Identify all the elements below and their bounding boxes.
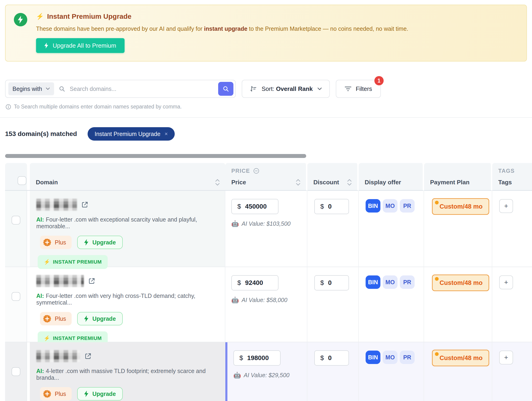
upgrade-badge[interactable]: Upgrade [77, 387, 123, 401]
add-tag-button[interactable]: + [499, 275, 513, 289]
lightning-emoji-icon: ⚡ [44, 335, 50, 341]
discount-input[interactable]: $0 [314, 199, 349, 214]
column-header-select [5, 163, 27, 191]
external-link-icon[interactable] [84, 352, 92, 360]
price-cell: $198000 🤖AI Value: $29,500 [225, 342, 307, 401]
offer-pill-mo[interactable]: MO [383, 275, 398, 289]
offer-pill-bin[interactable]: BIN [366, 275, 380, 289]
robot-icon: 🤖 [231, 220, 239, 227]
upgrade-badge[interactable]: Upgrade [77, 236, 123, 249]
filters-count-badge: 1 [374, 76, 384, 85]
sort-value: Overall Rank [276, 85, 313, 92]
offer-pill-mo[interactable]: MO [383, 199, 398, 213]
search-icon [222, 85, 229, 92]
bolt-icon [84, 239, 89, 246]
price-input[interactable]: $198000 [234, 350, 281, 366]
payment-plan-cell: Custom/48 mo [424, 342, 492, 401]
column-header-domain[interactable]: Domain [30, 163, 225, 191]
offer-pill-bin[interactable]: BIN [366, 199, 380, 213]
filters-button[interactable]: Filters 1 [336, 80, 381, 98]
row-checkbox[interactable] [12, 292, 20, 301]
collapse-group-icon[interactable] [253, 168, 259, 174]
payment-plan-cell: Custom/48 mo [424, 191, 492, 267]
lightning-circle-icon [14, 13, 27, 26]
chip-close-icon[interactable]: × [165, 131, 168, 137]
external-link-icon[interactable] [88, 277, 95, 285]
offer-pill-bin[interactable]: BIN [366, 351, 380, 364]
upgrade-all-button[interactable]: Upgrade All to Premium [36, 38, 125, 53]
domain-name-redacted [36, 275, 84, 287]
offer-pill-pr[interactable]: PR [400, 275, 415, 289]
plus-badge: Plus [40, 387, 72, 401]
display-offer-cell: BIN MO PR [359, 191, 424, 267]
domain-search-box: Begins with [5, 80, 236, 98]
table-row-select-cell [5, 342, 27, 401]
ai-description: AI:Four-letter .com with exceptional sca… [36, 216, 218, 230]
discount-input[interactable]: $0 [314, 275, 349, 291]
horizontal-scrollbar-thumb[interactable] [5, 154, 306, 158]
plus-badge: Plus [40, 236, 72, 249]
discount-input[interactable]: $0 [314, 350, 349, 366]
offer-pill-pr[interactable]: PR [400, 351, 415, 364]
sort-chevrons-icon[interactable] [296, 179, 300, 186]
domain-name-redacted [36, 199, 77, 211]
search-hint: To Search multiple domains enter domain … [6, 103, 182, 110]
matched-count: 153 domain(s) matched [5, 130, 77, 138]
ai-description: AI:Four-letter .com with very high cross… [36, 292, 218, 306]
robot-icon: 🤖 [231, 297, 239, 304]
display-offer-cell: BIN MO PR [359, 267, 424, 342]
table-row-select-cell [5, 191, 27, 267]
discount-cell: $0 [307, 342, 359, 401]
row-checkbox[interactable] [12, 216, 20, 225]
search-submit-button[interactable] [218, 82, 234, 96]
banner-title: ⚡ Instant Premium Upgrade [36, 13, 408, 20]
discount-cell: $0 [307, 191, 359, 267]
plus-seal-icon [43, 238, 51, 247]
filter-chip-instant-premium[interactable]: Instant Premium Upgrade × [88, 127, 175, 141]
domain-name-redacted [36, 350, 80, 362]
discount-cell: $0 [307, 267, 359, 342]
lightning-emoji-icon: ⚡ [36, 13, 44, 20]
ai-value: 🤖AI Value: $103,500 [231, 220, 307, 227]
plan-dot-icon [435, 201, 439, 204]
payment-plan-cell: Custom/48 mo [424, 267, 492, 342]
payment-plan-badge[interactable]: Custom/48 mo [432, 274, 489, 291]
price-input[interactable]: $450000 [231, 199, 279, 214]
offer-pill-mo[interactable]: MO [383, 351, 398, 364]
column-header-tags: TAGS Tags [492, 163, 532, 191]
banner-description: These domains have been pre-approved by … [36, 26, 408, 32]
price-cell: $92400 🤖AI Value: $58,000 [225, 267, 307, 342]
column-header-display-offer: Display offer [359, 163, 424, 191]
tags-cell: + [492, 191, 532, 267]
chevron-down-icon [46, 87, 50, 90]
sort-chevrons-icon[interactable] [347, 179, 352, 186]
payment-plan-badge[interactable]: Custom/48 mo [432, 350, 489, 366]
plus-badge: Plus [40, 312, 72, 325]
robot-icon: 🤖 [234, 372, 241, 379]
search-input[interactable] [70, 85, 214, 92]
instant-premium-banner: ⚡ Instant Premium Upgrade These domains … [5, 5, 527, 62]
add-tag-button[interactable]: + [499, 199, 513, 213]
bolt-icon [44, 43, 49, 49]
price-cell: $450000 🤖AI Value: $103,500 [225, 191, 307, 267]
filter-icon [345, 86, 352, 91]
plus-seal-icon [43, 314, 51, 323]
external-link-icon[interactable] [81, 201, 89, 208]
domain-cell: AI:Four-letter .com with exceptional sca… [30, 191, 225, 267]
payment-plan-badge[interactable]: Custom/48 mo [432, 198, 489, 215]
column-header-discount[interactable]: Discount [307, 163, 359, 191]
offer-pill-pr[interactable]: PR [400, 199, 415, 213]
add-tag-button[interactable]: + [499, 351, 513, 364]
column-header-price[interactable]: PRICE Price [225, 163, 307, 191]
plan-dot-icon [435, 277, 439, 281]
price-input[interactable]: $92400 [231, 275, 279, 291]
select-all-checkbox[interactable] [18, 176, 26, 185]
sort-button[interactable]: Sort: Overall Rank [242, 80, 330, 98]
sort-icon [250, 85, 257, 92]
search-mode-select[interactable]: Begins with [8, 82, 54, 95]
domains-table: Domain PRICE Price Discount Display [5, 163, 532, 401]
upgrade-badge[interactable]: Upgrade [77, 312, 123, 325]
row-checkbox[interactable] [12, 367, 20, 376]
chevron-down-icon [317, 87, 322, 91]
sort-chevrons-icon[interactable] [215, 179, 220, 186]
